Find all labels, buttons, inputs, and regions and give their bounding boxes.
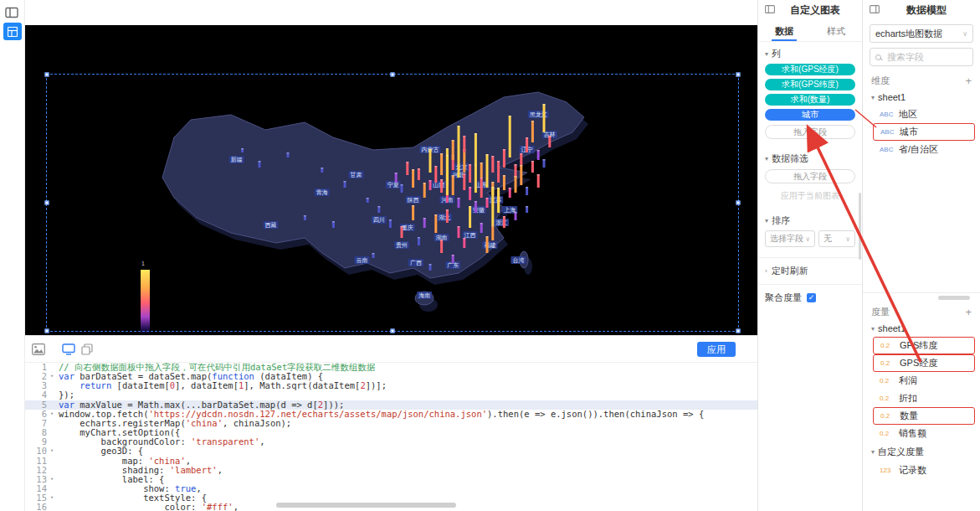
field-item[interactable]: 0.2GPS经度 [873,354,975,372]
field-type-icon: 0.2 [880,395,895,402]
chevron-down-icon: ▾ [765,155,768,163]
filter-note: 应用于当前图表 [765,190,855,202]
selection-handle[interactable] [45,329,49,333]
column-pill[interactable]: 求和(GPS经度) [765,64,855,75]
field-item[interactable]: 0.2GPS纬度 [873,337,975,354]
selection-handle[interactable] [736,73,741,77]
columns-section-header[interactable]: ▾ 列 [765,48,855,60]
divider [863,292,980,293]
aggregate-checkbox[interactable] [807,293,816,302]
datasource-select[interactable]: echarts地图数据∨ [870,24,973,43]
add-measure-button[interactable]: + [965,306,972,318]
selection-box[interactable] [46,74,739,332]
aggregate-label: 聚合度量 [765,292,802,304]
field-group[interactable]: ▾sheet1 [863,89,980,106]
columns-dropzone[interactable]: 拖入字段 [765,125,855,139]
refresh-section-title: 定时刷新 [772,265,808,277]
selection-handle[interactable] [736,329,741,333]
field-type-icon: 0.2 [880,359,895,367]
field-group[interactable]: ▾自定义度量 [863,442,980,462]
chevron-down-icon: ∨ [805,235,810,243]
field-type-icon: ABC [880,146,895,153]
column-pill[interactable]: 求和(GPS纬度) [765,79,855,90]
field-type-icon: 0.2 [880,430,895,437]
chart-panel-tabs: 数据 样式 [758,20,862,42]
sort-order-select[interactable]: 无∨ [818,230,855,247]
collapse-panel-icon[interactable] [870,3,880,18]
dimensions-tree: ▾sheet1ABC地区ABC城市ABC省/自治区 [863,89,980,158]
search-input[interactable] [885,51,957,63]
field-item[interactable]: ABC城市 [873,123,975,141]
copy-code-icon[interactable] [81,343,93,359]
dimensions-title: 维度 [871,75,890,87]
left-toolbar [0,0,25,511]
measures-title: 度量 [871,306,890,318]
chevron-down-icon: ▾ [871,325,875,333]
dimensions-header: 维度 + [863,71,980,89]
refresh-section-header[interactable]: › 定时刷新 [758,258,862,284]
chevron-down-icon: ▾ [765,50,768,58]
model-panel-title: 数据模型 [880,3,973,18]
sort-field-select[interactable]: 选择字段∨ [765,230,815,247]
collapse-panel-icon[interactable] [765,3,775,18]
sort-section-header[interactable]: ▾ 排序 [765,214,855,227]
chevron-down-icon: ▾ [871,94,875,101]
code-toolbar: 应用 [25,336,757,363]
filter-section-header[interactable]: ▾ 数据筛选 [765,152,855,165]
chart-panel-title: 自定义图表 [775,3,855,18]
preview-monitor-icon[interactable] [62,343,75,359]
panel-toggle-icon[interactable] [5,6,18,23]
field-type-icon: 123 [880,467,895,474]
selection-handle[interactable] [736,201,741,205]
columns-section-title: 列 [772,48,781,60]
field-item[interactable]: 0.2销售额 [863,425,980,442]
data-model-panel: 数据模型 echarts地图数据∨ 维度 + ▾sheet1ABC地区ABC城市… [862,0,980,511]
field-item[interactable]: 0.2数量 [873,407,975,425]
filter-section: ▾ 数据筛选 拖入字段 应用于当前图表 [758,147,862,209]
chart-panel-header: 自定义图表 [758,0,862,20]
field-type-icon: ABC [880,111,895,118]
chevron-down-icon: ∨ [962,30,967,38]
chevron-down-icon: ▾ [871,448,875,456]
field-item[interactable]: 123记录数 [863,462,980,479]
custom-chart-panel: 自定义图表 数据 样式 ▾ 列 求和(GPS经度)求和(GPS纬度)求和(数量)… [757,0,862,511]
code-editor: 应用 1// 向右侧数据面板中拖入字段，可在代码中引用dataSet字段获取二维… [25,335,757,511]
chevron-down-icon: ▾ [765,217,768,225]
chevron-down-icon: ∨ [845,235,850,243]
field-type-icon: 0.2 [880,377,895,385]
selection-handle[interactable] [391,73,395,77]
code-line[interactable]: 10▾ geo3D: { [25,446,757,456]
chart-canvas[interactable]: 新疆西藏青海甘肃内蒙古黑龙江吉林辽宁北京河北山西山东河南江苏安徽上海浙江湖北四川… [25,25,757,335]
field-item[interactable]: 0.2利润 [863,372,980,390]
horizontal-scrollbar[interactable] [276,503,456,508]
columns-section: ▾ 列 求和(GPS经度)求和(GPS纬度)求和(数量)城市 拖入字段 [758,42,862,147]
chevron-right-icon: › [765,267,767,275]
sort-section: ▾ 排序 选择字段∨ 无∨ [758,209,862,250]
search-icon [875,54,881,60]
apply-button[interactable]: 应用 [697,342,736,357]
filter-dropzone[interactable]: 拖入字段 [765,169,855,183]
tab-style[interactable]: 样式 [810,20,862,41]
image-export-icon[interactable] [32,343,45,359]
columns-pill-list: 求和(GPS经度)求和(GPS纬度)求和(数量)城市 [765,64,855,121]
field-group[interactable]: ▾sheet1 [863,320,980,337]
panel-scrollbar[interactable] [859,193,861,260]
column-pill[interactable]: 城市 [765,109,855,121]
selection-handle[interactable] [45,201,49,205]
tab-data[interactable]: 数据 [758,20,810,41]
selection-handle[interactable] [45,73,49,77]
code-body[interactable]: 1// 向右侧数据面板中拖入字段，可在代码中引用dataSet字段获取二维数组数… [25,363,757,511]
code-line[interactable]: 3 return [dataItem[0], dataItem[1], Math… [25,381,757,390]
field-item[interactable]: 0.2折扣 [863,390,980,407]
field-type-icon: 0.2 [880,342,895,349]
field-item[interactable]: ABC地区 [863,106,980,123]
add-dimension-button[interactable]: + [965,75,972,87]
column-pill[interactable]: 求和(数量) [765,94,855,106]
selection-handle[interactable] [391,329,395,333]
model-panel-scrollbar[interactable] [938,296,970,300]
chart-widget-icon[interactable] [3,23,22,40]
field-item[interactable]: ABC省/自治区 [863,141,980,158]
spacer [863,158,980,291]
measures-tree: ▾sheet10.2GPS纬度0.2GPS经度0.2利润0.2折扣0.2数量0.… [863,320,980,479]
code-line[interactable]: 4}); [25,390,757,400]
